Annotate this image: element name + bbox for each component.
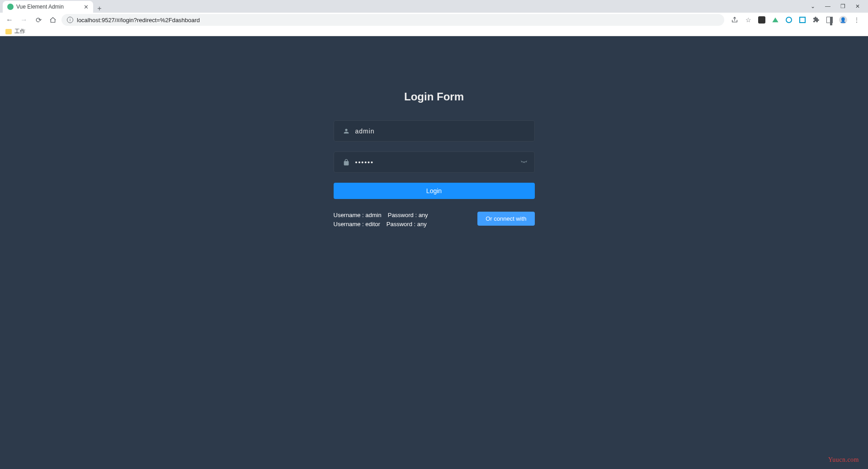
tips-line-2: Username : editor Password : any	[334, 221, 428, 227]
username-group	[334, 120, 535, 142]
tip-password-1: Password : any	[388, 212, 428, 218]
extensions-menu-icon[interactable]	[812, 16, 820, 24]
extension-icons: ☆ 👤 ⋮	[727, 16, 864, 24]
password-group	[334, 152, 535, 173]
window-controls: ⌄ — ❐ ✕	[811, 0, 868, 13]
minimize-icon[interactable]: —	[825, 3, 830, 9]
svg-line-2	[524, 162, 525, 163]
profile-icon[interactable]: 👤	[839, 16, 847, 24]
svg-line-0	[521, 161, 522, 162]
lock-icon	[341, 159, 352, 166]
browser-chrome: Vue Element Admin ✕ + ⌄ — ❐ ✕ ← → ⟳ i lo…	[0, 0, 868, 36]
home-button[interactable]	[47, 14, 59, 26]
bookmarks-bar: 工作	[0, 27, 868, 36]
extension-icon-2[interactable]	[785, 16, 793, 24]
close-tab-icon[interactable]: ✕	[84, 4, 89, 10]
tab-bar: Vue Element Admin ✕ + ⌄ — ❐ ✕	[0, 0, 868, 13]
login-page: Login Form Login Username : admin Passwo…	[0, 36, 868, 469]
tip-username-1: Username : admin	[334, 212, 382, 218]
login-button[interactable]: Login	[334, 183, 535, 199]
close-window-icon[interactable]: ✕	[855, 3, 860, 9]
extension-icon-3[interactable]	[798, 16, 807, 24]
address-row: ← → ⟳ i localhost:9527/#/login?redirect=…	[0, 13, 868, 27]
eye-closed-icon[interactable]	[520, 158, 528, 167]
bookmark-label[interactable]: 工作	[14, 28, 25, 35]
address-bar[interactable]: i localhost:9527/#/login?redirect=%2Fdas…	[61, 14, 724, 26]
connect-with-button[interactable]: Or connect with	[477, 212, 534, 226]
reload-button[interactable]: ⟳	[33, 14, 44, 26]
credential-tips: Username : admin Password : any Username…	[334, 212, 428, 227]
new-tab-button[interactable]: +	[93, 5, 106, 13]
bookmark-folder-icon[interactable]	[5, 29, 12, 34]
login-form: Login Form Login Username : admin Passwo…	[334, 90, 535, 469]
extension-icon-1[interactable]	[758, 16, 766, 24]
vue-devtools-icon[interactable]	[771, 16, 779, 24]
tips-line-1: Username : admin Password : any	[334, 212, 428, 218]
tip-password-2: Password : any	[387, 221, 427, 227]
kebab-menu-icon[interactable]: ⋮	[853, 16, 861, 24]
forward-button[interactable]: →	[18, 14, 30, 26]
sidepanel-icon[interactable]	[826, 16, 834, 24]
maximize-icon[interactable]: ❐	[840, 3, 845, 9]
login-title: Login Form	[334, 90, 535, 103]
browser-tab[interactable]: Vue Element Admin ✕	[3, 1, 93, 13]
tip-username-2: Username : editor	[334, 221, 380, 227]
tips-row: Username : admin Password : any Username…	[334, 212, 535, 227]
user-icon	[341, 128, 352, 135]
share-icon[interactable]	[731, 16, 739, 24]
url-text: localhost:9527/#/login?redirect=%2Fdashb…	[77, 17, 200, 24]
username-input[interactable]	[352, 128, 528, 135]
back-button[interactable]: ←	[4, 14, 15, 26]
svg-line-1	[523, 162, 524, 163]
watermark: Yuucn.com	[828, 456, 859, 464]
site-info-icon[interactable]: i	[67, 17, 73, 23]
tab-title: Vue Element Admin	[16, 4, 81, 10]
password-input[interactable]	[352, 159, 520, 166]
bookmark-star-icon[interactable]: ☆	[744, 16, 752, 24]
svg-line-3	[526, 161, 526, 162]
vue-favicon	[7, 4, 14, 10]
chevron-down-icon[interactable]: ⌄	[811, 3, 815, 9]
